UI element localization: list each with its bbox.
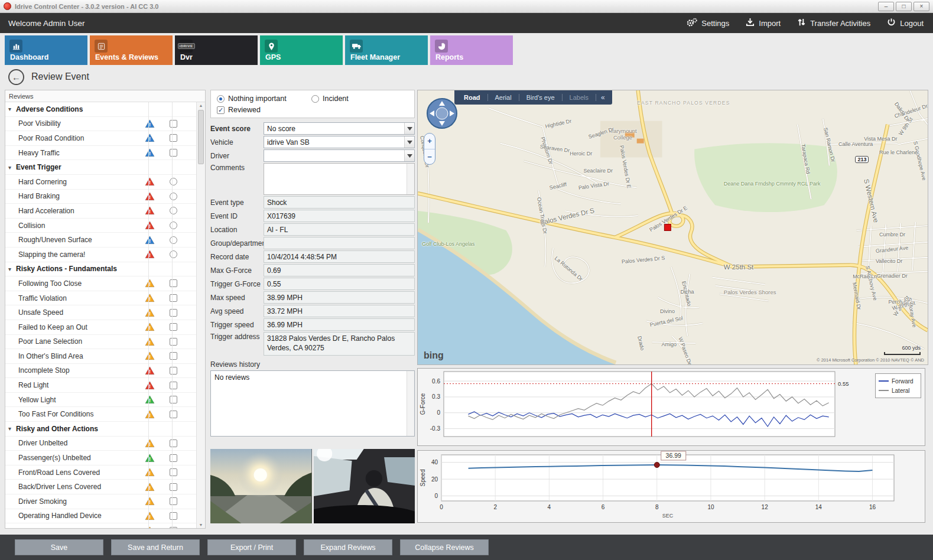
nav-tab-gps[interactable]: GPS <box>260 35 343 65</box>
map-scale: 600 yds <box>884 345 921 355</box>
review-checkbox[interactable] <box>170 338 177 346</box>
save-button[interactable]: Save <box>15 539 103 555</box>
review-checkbox[interactable] <box>170 367 177 375</box>
review-checkbox[interactable] <box>170 396 177 403</box>
review-checkbox[interactable] <box>170 411 177 418</box>
review-radio[interactable] <box>170 178 177 185</box>
map-view-labels[interactable]: Labels <box>563 94 596 101</box>
dropdown-arrow-icon[interactable] <box>404 136 414 148</box>
review-checkbox[interactable] <box>170 382 177 389</box>
dropdown-arrow-icon[interactable] <box>404 150 414 161</box>
save-and-return-button[interactable]: Save and Return <box>111 539 200 555</box>
field-vehicle[interactable]: idrive Van SB <box>264 136 415 148</box>
review-checkbox[interactable] <box>170 454 177 462</box>
review-checkbox[interactable] <box>170 279 177 287</box>
svg-text:!: ! <box>148 296 150 302</box>
scroll-up-icon[interactable]: ▲ <box>197 103 205 108</box>
nav-tabs: DashboardEvents & ReviewsiDRIVEDvrGPSFle… <box>5 35 513 65</box>
review-group-adverse-conditions[interactable]: ▾Adverse Conditions <box>5 102 196 117</box>
map-collapse-button[interactable]: « <box>596 93 610 102</box>
import-button[interactable]: Import <box>746 18 781 29</box>
group-expander-icon[interactable]: ▾ <box>5 266 16 272</box>
reviews-history-label: Reviews history <box>210 360 415 369</box>
reviews-history-list[interactable]: No reviews <box>210 370 415 437</box>
review-group-risky-actions-fundamentals[interactable]: ▾Risky Actions - Fundamentals <box>5 262 196 277</box>
group-expander-icon[interactable]: ▾ <box>5 164 16 171</box>
review-item-following-too-close: Following Too Close! <box>5 276 196 291</box>
option-incident[interactable]: Incident <box>311 95 349 103</box>
incident-radio[interactable] <box>311 95 319 103</box>
review-checkbox[interactable] <box>170 149 177 157</box>
review-group-event-trigger[interactable]: ▾Event Trigger <box>5 160 196 175</box>
review-radio[interactable] <box>170 207 177 214</box>
dropdown-arrow-icon[interactable] <box>404 123 414 134</box>
review-radio[interactable] <box>170 250 177 258</box>
svg-text:0.55: 0.55 <box>838 380 849 387</box>
review-checkbox[interactable] <box>170 439 177 447</box>
nothing-important-radio[interactable] <box>217 95 225 103</box>
review-checkbox[interactable] <box>170 483 177 491</box>
scrollbar-thumb[interactable] <box>198 110 204 164</box>
review-checkbox[interactable] <box>170 468 177 476</box>
transfer-activities-button[interactable]: Transfer Activities <box>797 18 870 29</box>
reviews-scrollbar[interactable]: ▲ ▼ <box>196 102 205 528</box>
zoom-out-button[interactable]: − <box>424 149 435 165</box>
review-group-risky-and-other-actions[interactable]: ▾Risky and Other Actions <box>5 422 196 437</box>
forward-camera-thumbnail[interactable] <box>210 449 312 523</box>
svg-text:!: ! <box>148 441 150 447</box>
scroll-down-icon[interactable]: ▼ <box>197 523 205 527</box>
review-radio[interactable] <box>170 236 177 244</box>
gforce-legend: ForwardLateral <box>875 373 921 398</box>
zoom-in-button[interactable]: + <box>424 134 435 149</box>
event-location-marker[interactable] <box>664 224 671 231</box>
review-checkbox[interactable] <box>170 294 177 302</box>
map-zoom-control: + − <box>424 133 435 165</box>
collapse-reviews-button[interactable]: Collapse Reviews <box>400 539 489 555</box>
review-radio[interactable] <box>170 193 177 200</box>
textarea-scrollbar[interactable] <box>407 164 414 194</box>
field-label-trigger-address: Trigger address <box>210 332 264 341</box>
review-checkbox[interactable] <box>170 497 177 505</box>
export-print-button[interactable]: Export / Print <box>207 539 296 555</box>
option-reviewed[interactable]: ✓ Reviewed <box>217 106 261 114</box>
cabin-camera-thumbnail[interactable] <box>314 449 415 523</box>
minimize-button[interactable]: – <box>878 2 894 11</box>
review-checkbox[interactable] <box>170 134 177 142</box>
nav-tab-fleet-manager[interactable]: Fleet Manager <box>345 35 428 65</box>
review-checkbox[interactable] <box>170 323 177 331</box>
map-view-road[interactable]: Road <box>457 94 488 101</box>
review-checkbox[interactable] <box>170 352 177 360</box>
legend-item-lateral: Lateral <box>879 386 918 395</box>
severity-orange-triangle-icon: ! <box>138 497 161 506</box>
speed-chart: 02468101214160204036.99SECSpeed <box>417 450 925 523</box>
nav-tab-dashboard[interactable]: Dashboard <box>5 35 87 65</box>
maximize-button[interactable]: □ <box>896 2 912 11</box>
option-nothing-important[interactable]: Nothing important <box>217 95 311 103</box>
reviews-history-scrollbar[interactable] <box>407 371 414 436</box>
field-comments[interactable] <box>264 163 415 195</box>
review-checkbox[interactable] <box>170 527 177 528</box>
group-expander-icon[interactable]: ▾ <box>5 106 16 112</box>
nav-tab-dvr[interactable]: iDRIVEDvr <box>175 35 258 65</box>
logout-button[interactable]: Logout <box>887 18 924 29</box>
map-view-bird-s-eye[interactable]: Bird's eye <box>519 94 563 101</box>
map-compass-control[interactable] <box>426 97 458 132</box>
field-driver[interactable] <box>264 149 415 162</box>
field-event-score[interactable]: No score <box>264 122 415 135</box>
reviewed-checkbox[interactable]: ✓ <box>217 106 225 114</box>
back-button[interactable]: ← <box>8 69 24 85</box>
review-checkbox[interactable] <box>170 120 177 128</box>
nav-tab-events-reviews[interactable]: Events & Reviews <box>90 35 173 65</box>
settings-button[interactable]: Settings <box>687 18 729 29</box>
map[interactable]: EAST RANCHO PALOS VERDESMarymount Colleg… <box>417 90 928 365</box>
severity-orange-triangle-icon: ! <box>138 512 161 520</box>
close-button[interactable]: × <box>914 2 929 11</box>
expand-reviews-button[interactable]: Expand Reviews <box>304 539 392 555</box>
review-checkbox[interactable] <box>170 512 177 520</box>
review-radio[interactable] <box>170 222 177 229</box>
page-title: Review Event <box>31 71 89 82</box>
group-expander-icon[interactable]: ▾ <box>5 425 16 432</box>
nav-tab-reports[interactable]: Reports <box>430 35 513 65</box>
map-view-aerial[interactable]: Aerial <box>488 94 519 101</box>
review-checkbox[interactable] <box>170 309 177 317</box>
